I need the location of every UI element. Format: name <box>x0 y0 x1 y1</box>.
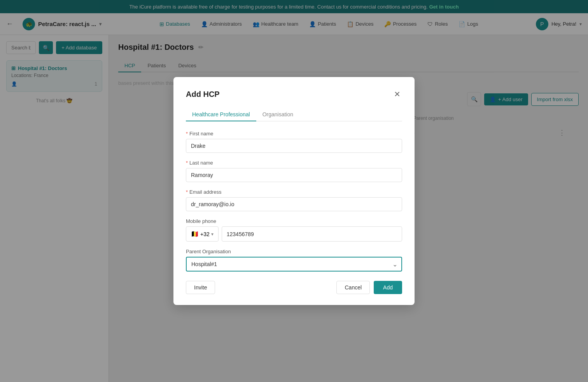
org-select[interactable]: Hospital#1 <box>186 257 402 272</box>
modal-footer: Invite Cancel Add <box>186 281 402 294</box>
email-label: * Email address <box>186 189 402 195</box>
phone-label: Mobile phone <box>186 218 402 224</box>
email-input[interactable] <box>186 197 402 211</box>
cancel-button[interactable]: Cancel <box>336 281 370 294</box>
required-marker: * <box>186 131 188 137</box>
first-name-field: * First name <box>186 131 402 153</box>
modal-tabs: Healthcare Professional Organisation <box>186 108 402 121</box>
modal-header: Add HCP ✕ <box>186 88 402 100</box>
last-name-label: * Last name <box>186 160 402 166</box>
phone-field: Mobile phone 🇧🇪 +32 ▾ <box>186 218 402 242</box>
country-flag: 🇧🇪 <box>191 230 199 238</box>
org-selected-value: Hospital#1 <box>191 261 217 267</box>
last-name-field: * Last name <box>186 160 402 182</box>
add-hcp-modal: Add HCP ✕ Healthcare Professional Organi… <box>173 77 415 305</box>
invite-button[interactable]: Invite <box>186 281 215 294</box>
first-name-input[interactable] <box>186 139 402 153</box>
phone-country-selector[interactable]: 🇧🇪 +32 ▾ <box>186 226 219 242</box>
modal-overlay: Add HCP ✕ Healthcare Professional Organi… <box>0 0 588 382</box>
phone-row: 🇧🇪 +32 ▾ <box>186 226 402 242</box>
last-name-input[interactable] <box>186 168 402 182</box>
first-name-label: * First name <box>186 131 402 137</box>
required-marker: * <box>186 160 188 166</box>
org-select-wrapper: Hospital#1 <box>186 257 402 272</box>
country-code: +32 <box>200 231 210 237</box>
phone-number-input[interactable] <box>222 226 402 242</box>
tab-organisation[interactable]: Organisation <box>256 108 299 121</box>
footer-right-buttons: Cancel Add <box>336 281 402 294</box>
tab-healthcare-professional[interactable]: Healthcare Professional <box>186 108 256 121</box>
org-label: Parent Organisation <box>186 249 402 254</box>
org-field: Parent Organisation Hospital#1 <box>186 249 402 272</box>
country-dropdown-icon[interactable]: ▾ <box>211 231 214 237</box>
required-marker: * <box>186 189 188 195</box>
email-field: * Email address <box>186 189 402 211</box>
add-button[interactable]: Add <box>374 281 402 294</box>
modal-title: Add HCP <box>186 90 220 99</box>
modal-close-button[interactable]: ✕ <box>392 88 402 100</box>
